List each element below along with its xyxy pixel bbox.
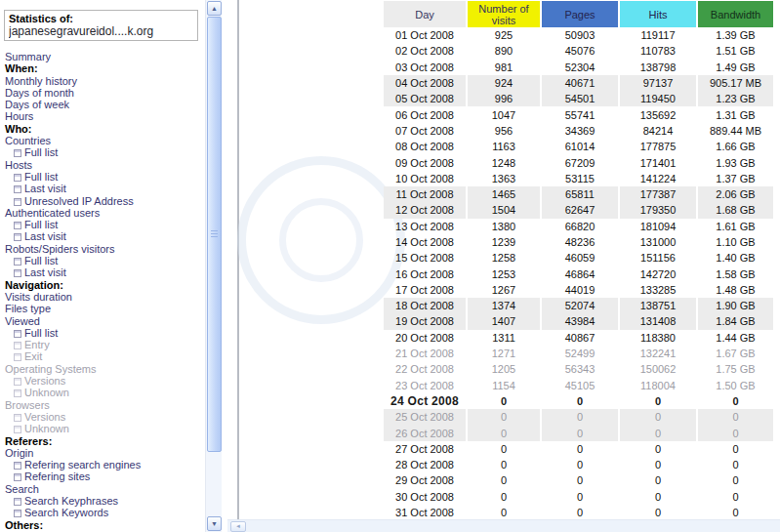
sidebar-item-entry[interactable]: Entry — [5, 339, 202, 350]
sidebar-item-label: Operating Systems — [5, 363, 97, 375]
sidebar-item-full-list[interactable]: Full list — [5, 327, 202, 339]
day-cell: 16 Oct 2008 — [384, 266, 466, 281]
sidebar-item-search[interactable]: Search — [5, 483, 202, 495]
sidebar-item-full-list[interactable]: Full list — [5, 171, 202, 183]
sidebar-item-full-list[interactable]: Full list — [5, 255, 202, 266]
table-row-20-oct-2008: 20 Oct 20081311408671183801.44 GB — [384, 330, 773, 346]
col-header-pages: Pages — [542, 1, 618, 27]
sidebar-item-label: Full list — [24, 219, 58, 230]
hits-cell: 0 — [620, 457, 696, 472]
bandwidth-cell: 2.06 GB — [698, 186, 773, 202]
sidebar-item-search-keyphrases[interactable]: Search Keyphrases — [5, 495, 202, 507]
list-bullet-icon — [14, 222, 21, 229]
site-name-link[interactable]: japanesegravureidol....k.org — [9, 24, 193, 38]
day-cell: 05 Oct 2008 — [384, 91, 466, 106]
sidebar-item-hosts[interactable]: Hosts — [5, 159, 202, 171]
hits-cell: 0 — [620, 505, 696, 520]
sidebar-item-last-visit[interactable]: Last visit — [5, 183, 202, 194]
table-row-01-oct-2008: 01 Oct 2008925509031191171.39 GB — [384, 27, 773, 43]
list-bullet-icon — [14, 185, 21, 193]
scroll-down-arrow-icon[interactable]: ▼ — [207, 516, 222, 531]
sidebar-item-days-of-month[interactable]: Days of month — [5, 87, 202, 99]
visits-cell: 0 — [468, 441, 540, 457]
sidebar-item-who: Who: — [5, 123, 202, 135]
sidebar-item-refering-search-engines[interactable]: Refering search engines — [5, 459, 202, 471]
sidebar-item-label: Hours — [5, 110, 33, 122]
table-row-16-oct-2008: 16 Oct 20081253468641427201.58 GB — [384, 266, 773, 281]
sidebar-item-hours[interactable]: Hours — [5, 110, 202, 122]
sidebar-item-search-keywords[interactable]: Search Keywords — [5, 507, 202, 518]
main-horizontal-scrollbar[interactable]: ◄ — [227, 519, 780, 532]
pages-cell: 40671 — [542, 75, 618, 91]
sidebar-item-last-visit[interactable]: Last visit — [5, 230, 202, 242]
day-cell: 03 Oct 2008 — [384, 60, 466, 75]
sidebar-item-days-of-week[interactable]: Days of week — [5, 99, 202, 110]
sidebar-vertical-scrollbar[interactable]: ▲ ▼ — [205, 0, 222, 532]
list-bullet-icon — [14, 258, 21, 266]
list-bullet-icon — [14, 414, 21, 422]
day-cell: 18 Oct 2008 — [384, 298, 466, 313]
visits-cell: 981 — [468, 60, 540, 75]
hits-cell: 177387 — [620, 186, 696, 202]
sidebar-item-files-type[interactable]: Files type — [5, 303, 202, 314]
scroll-left-arrow-icon[interactable]: ◄ — [230, 521, 246, 532]
table-row-06-oct-2008: 06 Oct 20081047557411356921.31 GB — [384, 106, 773, 122]
sidebar-item-exit[interactable]: Exit — [5, 350, 202, 362]
sidebar-item-label: Hosts — [5, 159, 32, 171]
pages-cell: 0 — [542, 393, 618, 409]
day-cell: 04 Oct 2008 — [384, 75, 466, 91]
sidebar-item-last-visit[interactable]: Last visit — [5, 266, 202, 278]
sidebar-item-label: Search Keyphrases — [24, 495, 118, 507]
visits-cell: 1163 — [468, 139, 540, 154]
sidebar-item-unresolved-ip-address[interactable]: Unresolved IP Address — [5, 195, 202, 207]
sidebar-item-refering-sites[interactable]: Refering sites — [5, 471, 202, 482]
table-row-27-oct-2008: 27 Oct 20080000 — [384, 441, 773, 457]
pages-cell: 45105 — [542, 378, 618, 393]
hits-cell: 132241 — [620, 346, 696, 361]
sidebar-item-robots-spiders-visitors[interactable]: Robots/Spiders visitors — [5, 243, 202, 255]
sidebar-item-full-list[interactable]: Full list — [5, 146, 202, 158]
bandwidth-cell: 0 — [698, 489, 773, 505]
sidebar-item-versions[interactable]: Versions — [5, 375, 202, 387]
sidebar-item-summary[interactable]: Summary — [5, 51, 202, 62]
watermark-ring-outer — [237, 156, 405, 324]
list-bullet-icon — [14, 426, 21, 433]
sidebar-item-referers: Referers: — [5, 435, 202, 447]
bandwidth-cell: 0 — [698, 409, 773, 425]
sidebar-item-versions[interactable]: Versions — [5, 411, 202, 423]
sidebar-item-origin[interactable]: Origin — [5, 447, 202, 459]
bandwidth-cell: 0 — [698, 505, 773, 520]
visits-cell: 1239 — [468, 234, 540, 250]
day-cell: 06 Oct 2008 — [384, 106, 466, 122]
sidebar-item-browsers[interactable]: Browsers — [5, 399, 202, 411]
sidebar-item-operating-systems[interactable]: Operating Systems — [5, 363, 202, 375]
sidebar-item-viewed[interactable]: Viewed — [5, 315, 202, 327]
day-cell: 01 Oct 2008 — [384, 27, 466, 43]
bandwidth-cell: 0 — [698, 425, 773, 440]
list-bullet-icon — [14, 378, 21, 386]
statistics-of-label: Statistics of: — [9, 13, 193, 24]
pages-cell: 52074 — [542, 298, 618, 313]
sidebar-item-visits-duration[interactable]: Visits duration — [5, 291, 202, 303]
sidebar-item-unknown[interactable]: Unknown — [5, 387, 202, 398]
sidebar-item-authenticated-users[interactable]: Authenticated users — [5, 207, 202, 219]
table-row-17-oct-2008: 17 Oct 20081267440191332851.48 GB — [384, 282, 773, 298]
sidebar-item-label: Unknown — [24, 387, 69, 398]
scrollbar-thumb[interactable] — [207, 17, 222, 452]
sidebar-item-label: Browsers — [5, 399, 50, 411]
hits-cell: 179350 — [620, 202, 696, 218]
sidebar-item-full-list[interactable]: Full list — [5, 219, 202, 230]
day-cell: 02 Oct 2008 — [384, 43, 466, 59]
sidebar-item-unknown[interactable]: Unknown — [5, 423, 202, 434]
sidebar-item-countries[interactable]: Countries — [5, 135, 202, 146]
col-header-number-of-visits: Number of visits — [468, 1, 540, 27]
pages-cell: 52304 — [542, 60, 618, 75]
col-header-hits: Hits — [620, 1, 696, 27]
col-header-day: Day — [384, 1, 466, 27]
bandwidth-cell: 1.93 GB — [698, 154, 773, 170]
day-cell: 19 Oct 2008 — [384, 313, 466, 329]
sidebar-item-monthly-history[interactable]: Monthly history — [5, 75, 202, 87]
bandwidth-cell: 1.40 GB — [698, 250, 773, 266]
scroll-up-arrow-icon[interactable]: ▲ — [207, 1, 222, 16]
hits-cell: 150062 — [620, 361, 696, 377]
